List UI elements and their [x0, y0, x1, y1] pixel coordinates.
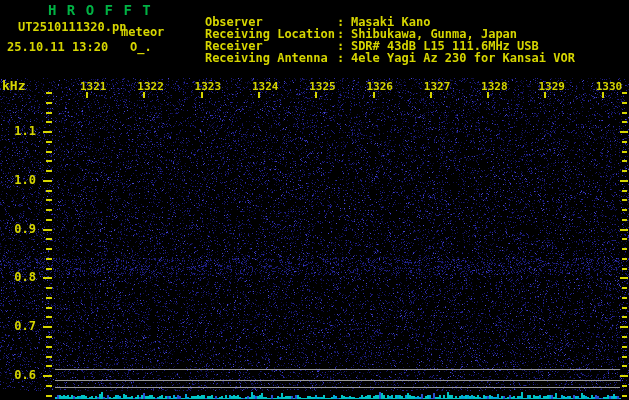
freq-tick-right: [622, 92, 627, 94]
freq-tick-left: [46, 297, 52, 299]
freq-tick-right: [620, 375, 628, 377]
freq-tick-right: [622, 151, 627, 153]
freq-tick-right: [622, 209, 627, 211]
freq-tick-left: [46, 112, 52, 114]
freq-tick-left: [46, 160, 52, 162]
freq-tick-right: [622, 248, 627, 250]
info-separator: :: [337, 52, 351, 64]
freq-tick-right: [622, 141, 627, 143]
freq-tick-left: [46, 385, 52, 387]
freq-tick-right: [622, 385, 627, 387]
info-value: 4ele Yagi Az 230 for Kansai VOR: [351, 51, 575, 65]
freq-tick-right: [622, 307, 627, 309]
freq-tick-left: [46, 102, 52, 104]
freq-tick-right: [622, 121, 627, 123]
freq-tick-left: [43, 277, 52, 279]
freq-tick-right: [620, 326, 628, 328]
freq-tick-left: [43, 326, 52, 328]
freq-tick-left: [46, 307, 52, 309]
freq-tick-left: [46, 316, 52, 318]
freq-axis-unit-label: kHz: [2, 79, 25, 92]
freq-tick-left: [43, 180, 52, 182]
freq-tick-left: [46, 346, 52, 348]
time-axis-label: 1327: [424, 81, 451, 92]
freq-tick-left: [43, 131, 52, 133]
freq-tick-right: [622, 316, 627, 318]
freq-tick-left: [46, 121, 52, 123]
info-row-receiving-antenna: Receiving Antenna:4ele Yagi Az 230 for K…: [176, 40, 575, 76]
freq-tick-left: [43, 229, 52, 231]
time-axis-label: 1323: [195, 81, 222, 92]
freq-tick-left: [46, 356, 52, 358]
freq-tick-right: [622, 268, 627, 270]
freq-tick-left: [46, 199, 52, 201]
freq-tick-left: [43, 375, 52, 377]
freq-tick-right: [622, 190, 627, 192]
freq-tick-right: [622, 336, 627, 338]
freq-tick-left: [46, 238, 52, 240]
freq-tick-left: [46, 170, 52, 172]
freq-tick-left: [46, 365, 52, 367]
time-axis-label: 1330: [596, 81, 623, 92]
time-axis-label: 1329: [538, 81, 565, 92]
freq-tick-left: [46, 141, 52, 143]
freq-tick-right: [622, 160, 627, 162]
status-marker: O_.: [130, 41, 152, 53]
freq-axis-label: 0.8: [4, 271, 36, 283]
freq-tick-right: [622, 219, 627, 221]
freq-tick-right: [622, 365, 627, 367]
freq-tick-left: [46, 336, 52, 338]
freq-axis-label: 1.0: [4, 174, 36, 186]
signal-reference-line: [55, 369, 620, 370]
freq-tick-right: [620, 277, 628, 279]
time-axis-label: 1324: [252, 81, 279, 92]
freq-tick-left: [46, 287, 52, 289]
freq-tick-left: [46, 92, 52, 94]
freq-tick-left: [46, 268, 52, 270]
freq-tick-right: [622, 258, 627, 260]
time-axis-label: 1321: [80, 81, 107, 92]
freq-tick-right: [622, 102, 627, 104]
freq-tick-left: [46, 395, 52, 397]
freq-tick-right: [622, 170, 627, 172]
freq-tick-right: [620, 131, 628, 133]
time-axis-label: 1326: [367, 81, 394, 92]
hrofft-spectrogram-screen: H R O F F T UT2510111320.pn meteor 25.10…: [0, 0, 629, 400]
freq-tick-right: [622, 238, 627, 240]
time-axis-label: 1325: [309, 81, 336, 92]
freq-axis-label: 0.7: [4, 320, 36, 332]
freq-tick-right: [622, 356, 627, 358]
app-title: H R O F F T: [48, 3, 152, 17]
time-axis-label: 1322: [137, 81, 164, 92]
freq-tick-left: [46, 190, 52, 192]
freq-axis-label: 0.9: [4, 223, 36, 235]
freq-tick-left: [46, 151, 52, 153]
freq-tick-right: [622, 199, 627, 201]
freq-tick-left: [46, 209, 52, 211]
freq-tick-right: [622, 287, 627, 289]
signal-reference-line: [55, 387, 620, 388]
signal-reference-line: [55, 380, 620, 381]
freq-tick-left: [46, 258, 52, 260]
freq-tick-right: [622, 112, 627, 114]
freq-tick-right: [622, 395, 627, 397]
freq-tick-left: [46, 219, 52, 221]
info-label: Receiving Antenna: [205, 52, 337, 64]
freq-tick-right: [622, 346, 627, 348]
freq-tick-right: [620, 180, 628, 182]
observation-datetime: 25.10.11 13:20: [7, 41, 108, 53]
output-filename: UT2510111320.pn: [18, 21, 126, 33]
time-axis-label: 1328: [481, 81, 508, 92]
station-label: meteor: [121, 26, 164, 38]
freq-axis-label: 1.1: [4, 125, 36, 137]
freq-tick-right: [622, 297, 627, 299]
freq-axis-label: 0.6: [4, 369, 36, 381]
freq-tick-left: [46, 248, 52, 250]
freq-tick-right: [620, 229, 628, 231]
